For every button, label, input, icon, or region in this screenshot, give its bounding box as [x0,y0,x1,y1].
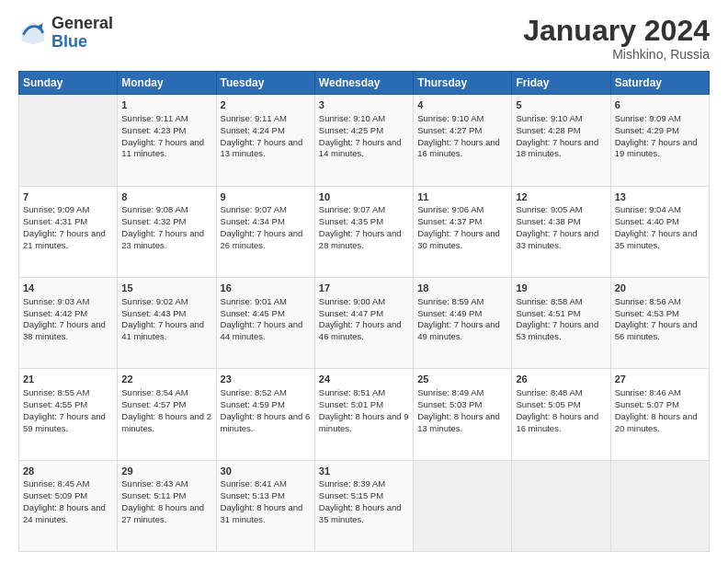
daylight-text: Daylight: 7 hours and 33 minutes. [516,228,598,250]
table-row: 19Sunrise: 8:58 AMSunset: 4:51 PMDayligh… [512,277,610,368]
sunset-text: Sunset: 4:57 PM [121,399,186,409]
daylight-text: Daylight: 7 hours and 11 minutes. [121,137,204,159]
table-row: 1Sunrise: 9:11 AMSunset: 4:23 PMDaylight… [118,95,216,186]
logo: General Blue [18,15,113,52]
daylight-text: Daylight: 7 hours and 59 minutes. [23,411,106,433]
table-row: 5Sunrise: 9:10 AMSunset: 4:28 PMDaylight… [512,95,610,186]
day-number: 24 [319,373,409,386]
sunset-text: Sunset: 5:03 PM [417,399,482,409]
daylight-text: Daylight: 7 hours and 44 minutes. [221,319,303,341]
logo-blue-text: Blue [51,33,113,52]
sunrise-text: Sunrise: 8:58 AM [516,296,582,306]
table-row [610,460,709,551]
sunrise-text: Sunrise: 8:43 AM [121,478,188,488]
calendar-week-row: 14Sunrise: 9:03 AMSunset: 4:42 PMDayligh… [19,277,710,368]
header-tuesday: Tuesday [216,72,314,95]
sunset-text: Sunset: 4:47 PM [319,308,383,318]
day-number: 22 [121,373,211,386]
sunset-text: Sunset: 4:24 PM [221,125,285,135]
table-row: 7Sunrise: 9:09 AMSunset: 4:31 PMDaylight… [19,186,118,277]
daylight-text: Daylight: 7 hours and 41 minutes. [121,319,204,341]
day-number: 15 [121,282,211,295]
sunset-text: Sunset: 5:07 PM [615,399,679,409]
daylight-text: Daylight: 8 hours and 24 minutes. [23,502,106,524]
sunrise-text: Sunrise: 9:10 AM [516,113,582,123]
day-number: 9 [221,190,311,204]
header-sunday: Sunday [19,72,118,95]
sunrise-text: Sunrise: 8:55 AM [23,387,89,397]
day-number: 28 [23,465,113,478]
sunrise-text: Sunrise: 9:01 AM [221,296,287,306]
calendar-table: Sunday Monday Tuesday Wednesday Thursday… [18,71,710,552]
table-row: 21Sunrise: 8:55 AMSunset: 4:55 PMDayligh… [19,369,118,460]
table-row [414,460,512,551]
daylight-text: Daylight: 7 hours and 23 minutes. [121,228,204,250]
day-number: 23 [221,373,311,386]
table-row: 29Sunrise: 8:43 AMSunset: 5:11 PMDayligh… [118,460,216,551]
daylight-text: Daylight: 8 hours and 31 minutes. [221,502,303,524]
table-row: 26Sunrise: 8:48 AMSunset: 5:05 PMDayligh… [512,369,610,460]
sunset-text: Sunset: 4:34 PM [221,216,285,226]
sunset-text: Sunset: 5:15 PM [319,490,383,500]
daylight-text: Daylight: 7 hours and 16 minutes. [417,137,500,159]
table-row [512,460,610,551]
calendar-week-row: 7Sunrise: 9:09 AMSunset: 4:31 PMDaylight… [19,186,710,277]
table-row: 24Sunrise: 8:51 AMSunset: 5:01 PMDayligh… [314,369,413,460]
sunset-text: Sunset: 4:51 PM [516,308,580,318]
day-number: 17 [319,282,409,295]
table-row: 15Sunrise: 9:02 AMSunset: 4:43 PMDayligh… [118,277,216,368]
sunrise-text: Sunrise: 9:03 AM [23,296,89,306]
table-row [19,95,118,186]
header-saturday: Saturday [610,72,709,95]
sunset-text: Sunset: 4:29 PM [615,125,679,135]
logo-icon [18,18,48,48]
day-number: 30 [221,465,311,478]
sunset-text: Sunset: 5:01 PM [319,399,383,409]
table-row: 12Sunrise: 9:05 AMSunset: 4:38 PMDayligh… [512,186,610,277]
day-number: 14 [23,282,113,295]
header-thursday: Thursday [414,72,512,95]
title-block: January 2024 Mishkino, Russia [523,15,710,62]
table-row: 4Sunrise: 9:10 AMSunset: 4:27 PMDaylight… [414,95,512,186]
header: General Blue January 2024 Mishkino, Russ… [18,15,710,62]
daylight-text: Daylight: 7 hours and 26 minutes. [221,228,303,250]
header-wednesday: Wednesday [314,72,413,95]
sunrise-text: Sunrise: 8:56 AM [615,296,681,306]
sunrise-text: Sunrise: 8:39 AM [319,478,385,488]
table-row: 11Sunrise: 9:06 AMSunset: 4:37 PMDayligh… [414,186,512,277]
sunrise-text: Sunrise: 9:00 AM [319,296,385,306]
daylight-text: Daylight: 7 hours and 49 minutes. [417,319,500,341]
sunrise-text: Sunrise: 9:10 AM [319,113,385,123]
day-number: 19 [516,282,606,295]
table-row: 8Sunrise: 9:08 AMSunset: 4:32 PMDaylight… [118,186,216,277]
table-row: 9Sunrise: 9:07 AMSunset: 4:34 PMDaylight… [216,186,314,277]
daylight-text: Daylight: 7 hours and 38 minutes. [23,319,106,341]
day-number: 6 [615,98,705,112]
header-friday: Friday [512,72,610,95]
sunset-text: Sunset: 4:49 PM [417,308,482,318]
calendar-week-row: 1Sunrise: 9:11 AMSunset: 4:23 PMDaylight… [19,95,710,186]
logo-general-text: General [51,15,113,33]
daylight-text: Daylight: 7 hours and 30 minutes. [417,228,500,250]
daylight-text: Daylight: 7 hours and 21 minutes. [23,228,106,250]
sunset-text: Sunset: 4:45 PM [221,308,285,318]
day-number: 12 [516,190,606,204]
sunrise-text: Sunrise: 8:45 AM [23,478,89,488]
day-number: 11 [417,190,507,204]
table-row: 17Sunrise: 9:00 AMSunset: 4:47 PMDayligh… [314,277,413,368]
sunrise-text: Sunrise: 9:08 AM [121,204,188,214]
daylight-text: Daylight: 7 hours and 46 minutes. [319,319,402,341]
sunset-text: Sunset: 4:55 PM [23,399,87,409]
page: General Blue January 2024 Mishkino, Russ… [0,0,728,563]
daylight-text: Daylight: 7 hours and 13 minutes. [221,137,303,159]
table-row: 20Sunrise: 8:56 AMSunset: 4:53 PMDayligh… [610,277,709,368]
sunrise-text: Sunrise: 9:04 AM [615,204,681,214]
table-row: 14Sunrise: 9:03 AMSunset: 4:42 PMDayligh… [19,277,118,368]
logo-text: General Blue [51,15,113,52]
header-monday: Monday [118,72,216,95]
sunset-text: Sunset: 4:31 PM [23,216,87,226]
table-row: 16Sunrise: 9:01 AMSunset: 4:45 PMDayligh… [216,277,314,368]
location: Mishkino, Russia [523,47,710,62]
sunset-text: Sunset: 5:11 PM [121,490,186,500]
table-row: 18Sunrise: 8:59 AMSunset: 4:49 PMDayligh… [414,277,512,368]
